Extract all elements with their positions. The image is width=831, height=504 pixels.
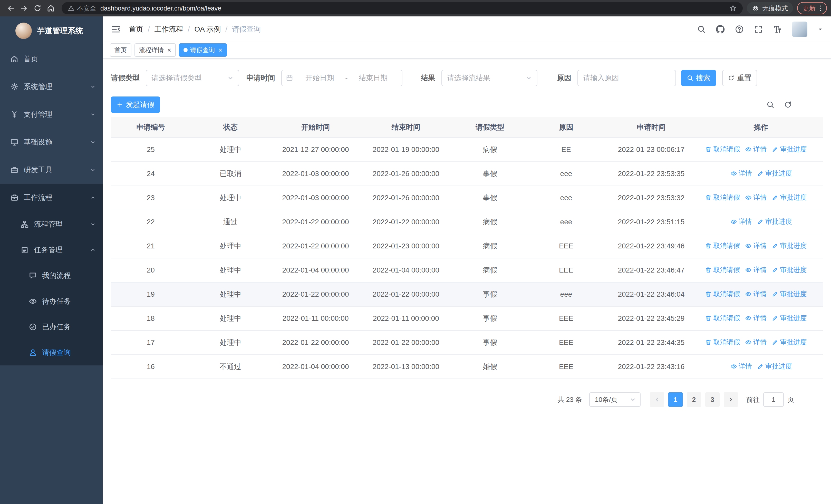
detail-link[interactable]: 详情 [745, 241, 767, 250]
cancel-leave-link[interactable]: 取消请假 [705, 290, 740, 298]
progress-link[interactable]: 审批进度 [757, 217, 792, 226]
menu-dots-icon[interactable] [817, 5, 824, 12]
tab-process-detail[interactable]: 流程详情× [135, 43, 176, 57]
collapse-sidebar-icon[interactable] [111, 24, 121, 34]
progress-link[interactable]: 审批进度 [772, 193, 807, 202]
progress-link[interactable]: 审批进度 [772, 314, 807, 323]
back-icon[interactable] [4, 2, 18, 15]
detail-link[interactable]: 详情 [730, 169, 752, 178]
detail-link[interactable]: 详情 [745, 338, 767, 347]
search-button[interactable]: 搜索 [681, 70, 716, 86]
progress-link[interactable]: 审批进度 [772, 241, 807, 250]
github-icon[interactable] [716, 25, 725, 34]
font-size-icon[interactable] [773, 25, 782, 34]
pagination-next-button[interactable] [724, 392, 738, 407]
detail-link[interactable]: 详情 [745, 145, 767, 154]
cancel-leave-link[interactable]: 取消请假 [705, 338, 740, 347]
create-leave-button[interactable]: 发起请假 [111, 96, 160, 113]
sidebar-item-todo-tasks[interactable]: 待办任务 [0, 289, 103, 314]
update-chip[interactable]: 更新 [797, 2, 827, 14]
page-size-select[interactable]: 10条/页 [589, 392, 640, 407]
browser-home-icon[interactable] [44, 2, 57, 15]
edit-icon [772, 291, 778, 297]
reason-input[interactable] [577, 70, 676, 86]
close-icon[interactable]: × [167, 47, 171, 53]
start-date-input[interactable] [295, 73, 344, 83]
avatar-caret-icon[interactable] [818, 27, 823, 32]
breadcrumb-item[interactable]: OA 示例 [195, 24, 221, 34]
detail-link[interactable]: 详情 [730, 217, 752, 226]
sidebar-item-leave-query[interactable]: 请假查询 [0, 340, 103, 365]
cell-reason: eee [529, 186, 603, 210]
eye-icon [745, 339, 752, 346]
refresh-table-icon[interactable] [784, 100, 792, 109]
cell-actions: 取消请假详情审批进度 [699, 306, 823, 330]
cell-status: 通过 [191, 210, 270, 234]
sidebar-item-workflow[interactable]: 工作流程 [0, 184, 103, 211]
progress-link[interactable]: 审批进度 [757, 362, 792, 371]
cell-start-time: 2022-01-04 00:00:00 [270, 355, 361, 379]
bookmark-star-icon[interactable] [729, 5, 737, 12]
goto-page-input[interactable] [763, 392, 784, 407]
cell-leave-type: 病假 [451, 234, 529, 258]
sidebar-item-system-management[interactable]: 系统管理 [0, 73, 103, 100]
forward-icon[interactable] [18, 2, 31, 15]
sidebar-item-task-management[interactable]: 任务管理 [0, 237, 103, 263]
cancel-leave-link[interactable]: 取消请假 [705, 265, 740, 274]
fullscreen-icon[interactable] [754, 25, 763, 34]
sidebar-item-dev-tools[interactable]: 研发工具 [0, 156, 103, 184]
pagination-page-3[interactable]: 3 [705, 392, 720, 407]
tab-leave-query[interactable]: 请假查询× [179, 43, 227, 57]
pagination-page-1[interactable]: 1 [668, 392, 683, 407]
progress-link[interactable]: 审批进度 [772, 338, 807, 347]
detail-link[interactable]: 详情 [745, 290, 767, 298]
reset-button[interactable]: 重置 [722, 70, 757, 86]
cell-leave-type: 病假 [451, 138, 529, 162]
detail-link[interactable]: 详情 [745, 314, 767, 323]
help-icon[interactable] [735, 25, 744, 34]
user-avatar[interactable] [792, 22, 807, 37]
progress-link[interactable]: 审批进度 [757, 169, 792, 178]
security-chip[interactable]: 不安全 [68, 4, 96, 12]
toggle-search-icon[interactable] [766, 100, 775, 109]
search-icon[interactable] [697, 25, 706, 34]
cell-status: 处理中 [191, 330, 270, 355]
detail-link[interactable]: 详情 [745, 265, 767, 274]
cell-start-time: 2022-01-11 00:00:00 [270, 306, 361, 330]
cancel-leave-link[interactable]: 取消请假 [705, 145, 740, 154]
sidebar-item-home[interactable]: 首页 [0, 45, 103, 73]
progress-link[interactable]: 审批进度 [772, 265, 807, 274]
leave-type-select[interactable]: 请选择请假类型 [146, 70, 239, 86]
cancel-leave-link[interactable]: 取消请假 [705, 314, 740, 323]
apply-time-range-picker[interactable]: - [281, 70, 402, 86]
url-text[interactable]: dashboard.yudao.iocoder.cn/bpm/oa/leave [101, 5, 725, 12]
address-bar[interactable]: 不安全 dashboard.yudao.iocoder.cn/bpm/oa/le… [62, 2, 743, 14]
sidebar-item-process-management[interactable]: 流程管理 [0, 211, 103, 237]
end-date-input[interactable] [349, 73, 398, 83]
sidebar-item-payment-management[interactable]: 支付管理 [0, 100, 103, 128]
progress-link[interactable]: 审批进度 [772, 145, 807, 154]
progress-link[interactable]: 审批进度 [772, 290, 807, 298]
breadcrumb-item[interactable]: 工作流程 [154, 24, 183, 34]
detail-link[interactable]: 详情 [730, 362, 752, 371]
eye-icon [29, 297, 37, 305]
sidebar-item-label: 待办任务 [42, 296, 71, 306]
reload-icon[interactable] [31, 2, 44, 15]
pagination-page-2[interactable]: 2 [687, 392, 701, 407]
cancel-leave-link[interactable]: 取消请假 [705, 241, 740, 250]
breadcrumb-item[interactable]: 首页 [129, 24, 143, 34]
cancel-leave-link[interactable]: 取消请假 [705, 193, 740, 202]
sidebar-item-infrastructure[interactable]: 基础设施 [0, 128, 103, 156]
detail-link[interactable]: 详情 [745, 193, 767, 202]
sidebar-item-my-process[interactable]: 我的流程 [0, 263, 103, 289]
pagination-prev-button[interactable] [650, 392, 664, 407]
sidebar-item-done-tasks[interactable]: 已办任务 [0, 314, 103, 340]
edit-icon [772, 315, 778, 322]
cell-status: 处理中 [191, 282, 270, 306]
tab-home[interactable]: 首页 [110, 43, 132, 57]
result-select[interactable]: 请选择流结果 [441, 70, 537, 86]
goto-label: 前往 [746, 395, 760, 404]
close-icon[interactable]: × [219, 47, 222, 53]
sidebar-item-label: 支付管理 [24, 110, 52, 119]
sidebar-item-label: 任务管理 [34, 245, 63, 255]
